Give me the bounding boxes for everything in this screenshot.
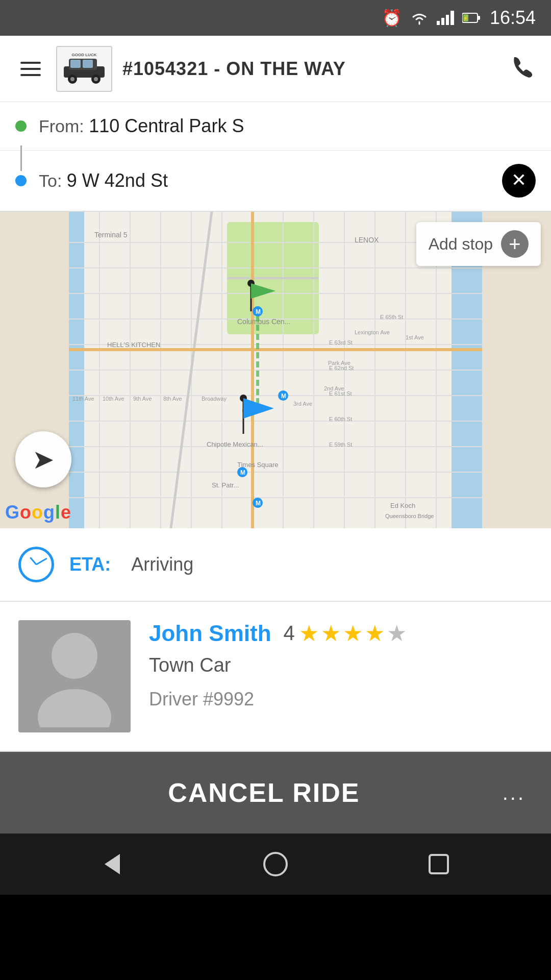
svg-text:3rd Ave: 3rd Ave xyxy=(293,401,312,407)
driver-name-row: John Smith 4 ★ ★ ★ ★ ★ xyxy=(149,620,533,646)
svg-text:⚡: ⚡ xyxy=(462,15,468,21)
svg-text:E 63rd St: E 63rd St xyxy=(329,339,353,346)
svg-point-13 xyxy=(94,77,98,81)
add-stop-button[interactable]: + xyxy=(501,230,529,258)
ride-status-title: #1054321 - ON THE WAY xyxy=(122,58,500,80)
logo: GOOD LUCK xyxy=(56,46,112,92)
driver-info: John Smith 4 ★ ★ ★ ★ ★ Town Car Driver #… xyxy=(149,620,533,710)
wifi-icon xyxy=(410,11,429,25)
star-3: ★ xyxy=(343,620,363,646)
svg-text:M: M xyxy=(256,500,261,507)
location-button[interactable]: ➤ xyxy=(15,431,71,487)
clear-destination-button[interactable]: ✕ xyxy=(502,164,536,198)
compass-arrow-icon: ➤ xyxy=(32,444,55,475)
star-4: ★ xyxy=(365,620,385,646)
back-button[interactable] xyxy=(92,844,133,885)
bottom-nav xyxy=(0,834,551,895)
driver-car-type: Town Car xyxy=(149,654,533,676)
to-dot xyxy=(15,175,27,186)
svg-text:Broadway: Broadway xyxy=(202,396,227,402)
map-view[interactable]: Terminal 5 HELL'S KITCHEN Times Square S… xyxy=(0,212,551,528)
menu-button[interactable] xyxy=(15,57,46,81)
svg-text:10th Ave: 10th Ave xyxy=(103,396,124,402)
svg-text:E 61st St: E 61st St xyxy=(329,390,352,397)
svg-text:Chipotle Mexican...: Chipotle Mexican... xyxy=(207,440,263,448)
cancel-ride-label: CANCEL RIDE xyxy=(26,777,503,808)
driver-avatar xyxy=(18,620,131,732)
alarm-icon: ⏰ xyxy=(382,8,402,28)
driver-rating: 4 ★ ★ ★ ★ ★ xyxy=(284,620,407,646)
svg-text:St. Patr...: St. Patr... xyxy=(212,481,239,489)
svg-text:11th Ave: 11th Ave xyxy=(72,396,94,402)
svg-text:LENOX: LENOX xyxy=(355,236,379,244)
more-options-dots[interactable]: ... xyxy=(503,781,525,804)
clock-icon xyxy=(18,547,54,582)
svg-rect-91 xyxy=(430,855,448,873)
svg-point-87 xyxy=(52,633,97,679)
rating-number: 4 xyxy=(284,622,295,645)
google-logo: G o o g l e xyxy=(5,502,71,523)
svg-point-90 xyxy=(264,853,287,875)
svg-text:M: M xyxy=(240,469,245,476)
call-button[interactable] xyxy=(510,53,536,84)
svg-text:Columbus Cen...: Columbus Cen... xyxy=(237,317,290,326)
svg-text:8th Ave: 8th Ave xyxy=(163,396,182,402)
svg-point-88 xyxy=(38,689,111,727)
svg-rect-3 xyxy=(450,11,454,25)
star-5: ★ xyxy=(387,620,407,646)
recent-apps-button[interactable] xyxy=(418,844,459,885)
svg-text:Terminal 5: Terminal 5 xyxy=(94,231,128,239)
svg-rect-14 xyxy=(70,60,81,68)
svg-marker-89 xyxy=(105,854,120,874)
svg-text:Queensboro Bridge: Queensboro Bridge xyxy=(385,513,434,519)
from-address-text: From: 110 Central Park S xyxy=(39,115,244,137)
route-from-row: From: 110 Central Park S xyxy=(0,102,551,151)
svg-text:E 65th St: E 65th St xyxy=(380,314,403,320)
driver-name: John Smith xyxy=(149,621,271,646)
from-dot xyxy=(15,120,27,132)
route-panel: From: 110 Central Park S To: 9 W 42nd St… xyxy=(0,102,551,212)
eta-section: ETA: Arriving xyxy=(0,528,551,602)
svg-text:E 59th St: E 59th St xyxy=(329,442,352,448)
svg-rect-2 xyxy=(446,15,449,25)
add-stop-label: Add stop xyxy=(429,235,493,254)
eta-label: ETA: xyxy=(69,554,111,575)
star-rating: ★ ★ ★ ★ ★ xyxy=(299,620,407,646)
star-2: ★ xyxy=(321,620,341,646)
route-to-row: To: 9 W 42nd St ✕ xyxy=(0,151,551,211)
add-stop-bar[interactable]: Add stop + xyxy=(416,222,541,266)
driver-id: Driver #9992 xyxy=(149,689,533,710)
battery-icon: ⚡ xyxy=(462,12,481,23)
svg-text:HELL'S KITCHEN: HELL'S KITCHEN xyxy=(107,341,160,349)
star-1: ★ xyxy=(299,620,319,646)
svg-text:E 60th St: E 60th St xyxy=(329,416,352,422)
cancel-ride-button[interactable]: CANCEL RIDE ... xyxy=(0,752,551,834)
svg-rect-1 xyxy=(441,18,444,25)
svg-text:M: M xyxy=(256,308,261,315)
signal-icon xyxy=(437,11,454,25)
svg-text:Lexington Ave: Lexington Ave xyxy=(355,329,390,335)
svg-rect-15 xyxy=(83,60,93,68)
status-bar: ⏰ ⚡ 16:54 xyxy=(0,0,551,36)
svg-point-11 xyxy=(70,77,74,81)
svg-text:M: M xyxy=(281,393,286,400)
to-address-text: To: 9 W 42nd St xyxy=(39,170,168,191)
svg-rect-0 xyxy=(437,21,440,25)
eta-value: Arriving xyxy=(131,554,193,575)
driver-section: John Smith 4 ★ ★ ★ ★ ★ Town Car Driver #… xyxy=(0,602,551,752)
home-button[interactable] xyxy=(255,844,296,885)
svg-text:GOOD LUCK: GOOD LUCK xyxy=(72,53,97,57)
svg-text:E 62nd St: E 62nd St xyxy=(329,365,354,371)
svg-text:Ed Koch: Ed Koch xyxy=(390,502,415,509)
app-bar: GOOD LUCK #1054321 - ON THE WAY xyxy=(0,36,551,102)
status-time: 16:54 xyxy=(490,7,536,29)
status-icons: ⏰ ⚡ xyxy=(382,8,481,28)
svg-text:1st Ave: 1st Ave xyxy=(406,334,424,340)
svg-rect-5 xyxy=(478,16,480,20)
svg-text:9th Ave: 9th Ave xyxy=(133,396,152,402)
